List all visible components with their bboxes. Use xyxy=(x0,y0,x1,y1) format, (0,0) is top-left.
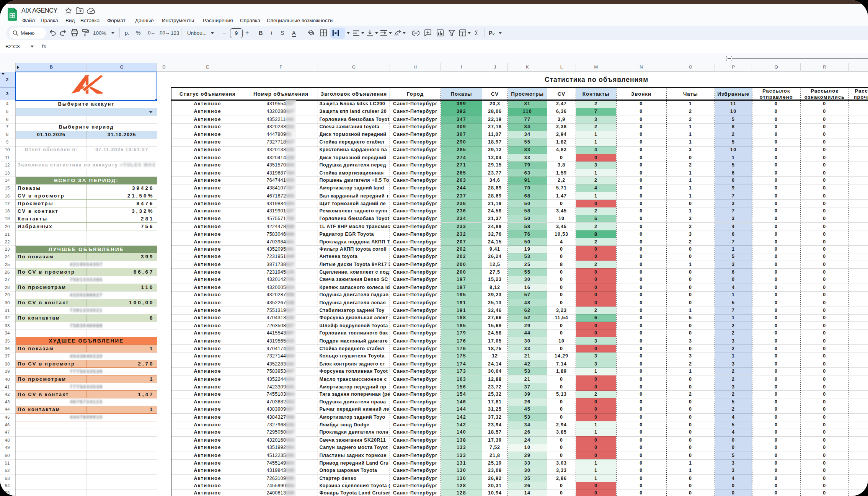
svg-text:A: A xyxy=(396,33,398,36)
